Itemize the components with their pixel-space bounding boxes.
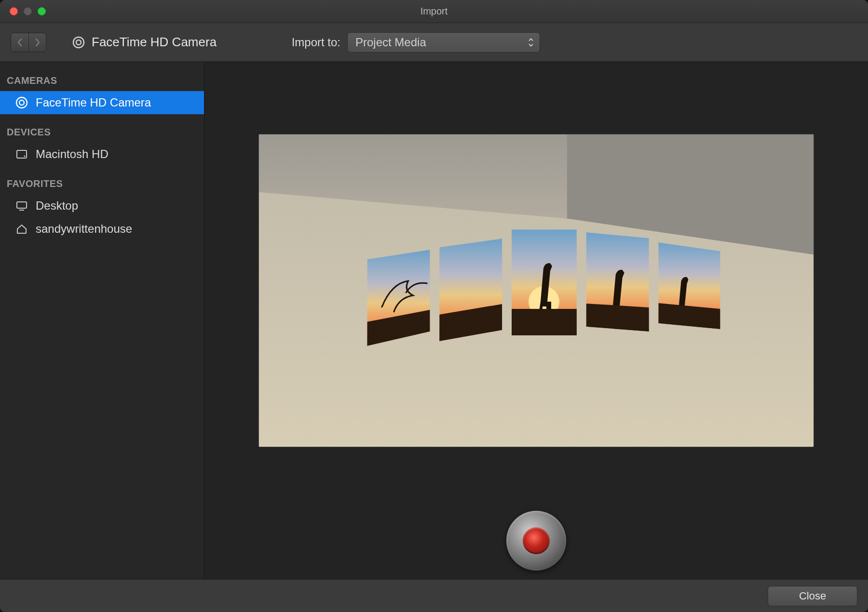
- camera-preview: [258, 134, 814, 447]
- updown-icon: [528, 38, 534, 47]
- svg-point-0: [73, 37, 84, 48]
- chevron-left-icon: [16, 38, 23, 47]
- chevron-right-icon: [34, 38, 41, 47]
- import-window: Import FaceTime HD Camera Impo: [0, 0, 868, 612]
- nav-buttons: [11, 33, 46, 52]
- back-button[interactable]: [11, 33, 28, 52]
- traffic-lights: [0, 7, 46, 15]
- sidebar-section-favorites: FAVORITES: [0, 176, 204, 194]
- sidebar-item-label: Desktop: [36, 199, 78, 213]
- camera-icon: [15, 96, 28, 109]
- camera-icon: [72, 36, 85, 49]
- sidebar-item-facetime-camera[interactable]: FaceTime HD Camera: [0, 91, 204, 114]
- main-panel: [204, 62, 868, 579]
- import-to-value: Project Media: [355, 36, 426, 49]
- window-title: Import: [0, 6, 868, 17]
- sidebar-item-macintosh-hd[interactable]: Macintosh HD: [0, 143, 204, 166]
- svg-marker-17: [512, 309, 577, 335]
- current-camera-indicator: FaceTime HD Camera: [72, 35, 217, 50]
- record-button[interactable]: [506, 511, 566, 571]
- svg-point-2: [16, 97, 27, 108]
- sidebar-item-label: sandywrittenhouse: [36, 222, 132, 236]
- svg-point-3: [19, 100, 24, 105]
- sidebar-item-label: FaceTime HD Camera: [36, 96, 151, 109]
- sidebar: CAMERAS FaceTime HD Camera DEVICES Macin…: [0, 62, 204, 579]
- svg-rect-4: [17, 150, 27, 158]
- import-to-group: Import to: Project Media: [292, 32, 540, 53]
- titlebar: Import: [0, 0, 868, 23]
- window-zoom-button[interactable]: [38, 7, 46, 15]
- desktop-icon: [15, 200, 28, 212]
- sidebar-item-label: Macintosh HD: [36, 147, 108, 161]
- footer: Close: [0, 579, 868, 612]
- hdd-icon: [15, 148, 28, 160]
- sidebar-item-desktop[interactable]: Desktop: [0, 194, 204, 217]
- svg-point-5: [24, 156, 26, 157]
- import-to-label: Import to:: [292, 36, 340, 49]
- sidebar-section-cameras: CAMERAS: [0, 73, 204, 91]
- current-camera-label: FaceTime HD Camera: [92, 35, 217, 50]
- sidebar-section-devices: DEVICES: [0, 125, 204, 143]
- toolbar: FaceTime HD Camera Import to: Project Me…: [0, 23, 868, 62]
- record-icon: [523, 527, 550, 554]
- import-to-select[interactable]: Project Media: [347, 32, 540, 53]
- sidebar-item-home[interactable]: sandywrittenhouse: [0, 217, 204, 240]
- close-button[interactable]: Close: [768, 586, 857, 606]
- svg-rect-6: [17, 202, 27, 208]
- forward-button[interactable]: [28, 33, 46, 52]
- home-icon: [15, 223, 28, 235]
- window-minimize-button[interactable]: [24, 7, 32, 15]
- window-close-button[interactable]: [10, 7, 18, 15]
- svg-point-1: [76, 40, 81, 45]
- svg-marker-19: [586, 304, 649, 332]
